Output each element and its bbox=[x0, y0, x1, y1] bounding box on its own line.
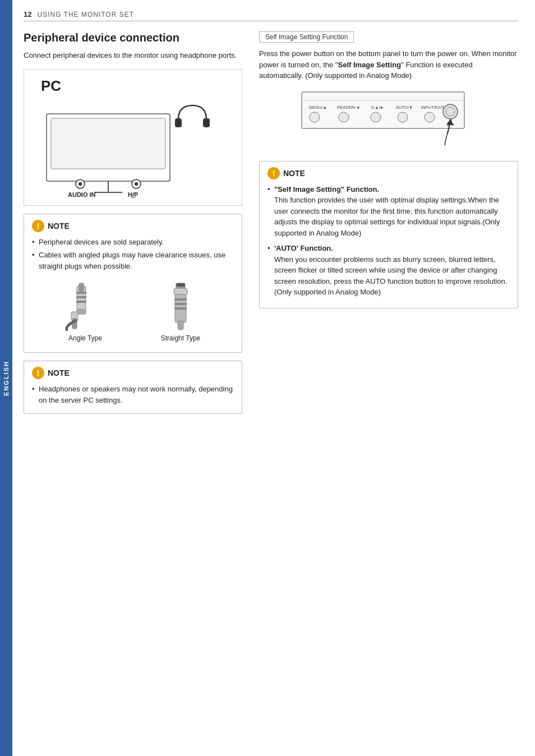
pc-label: PC bbox=[30, 77, 236, 95]
right-note-header: ! NOTE bbox=[268, 167, 510, 179]
note2-list: Headphones or speakers may not work norm… bbox=[32, 384, 234, 405]
right-intro-text: Press the power button on the bottom pan… bbox=[259, 48, 518, 81]
straight-type-plug: Straight Type bbox=[155, 280, 206, 342]
page-header: 12 USING THE MONITOR SET bbox=[24, 10, 518, 21]
two-col-layout: Peripheral device connection Connect per… bbox=[24, 31, 518, 422]
plugs-row: Angle Type bbox=[32, 274, 234, 347]
pc-diagram: PC bbox=[24, 69, 242, 206]
svg-point-39 bbox=[371, 112, 381, 122]
svg-text:AUDIO IN: AUDIO IN bbox=[68, 191, 96, 198]
svg-rect-0 bbox=[175, 118, 182, 127]
self-image-tag: Self Image Setting Function bbox=[259, 31, 354, 43]
note1-header: ! NOTE bbox=[32, 220, 234, 232]
sidebar: ENGLISH bbox=[0, 0, 12, 756]
right-note-bold-2: 'AUTO' Function. bbox=[274, 244, 333, 252]
svg-rect-1 bbox=[203, 118, 210, 127]
note1-list: Peripheral devices are sold separately. … bbox=[32, 237, 234, 272]
svg-rect-26 bbox=[174, 303, 187, 305]
note1-icon: ! bbox=[32, 220, 44, 232]
svg-text:READER/◄: READER/◄ bbox=[337, 105, 360, 110]
note2-icon: ! bbox=[32, 367, 44, 379]
self-image-bold: Self Image Setting bbox=[338, 61, 401, 69]
left-intro-text: Connect peripheral devices to the monito… bbox=[24, 50, 242, 61]
right-note-box: ! NOTE "Self Image Setting" Function. Th… bbox=[259, 161, 518, 308]
right-note-icon: ! bbox=[268, 167, 280, 179]
right-note-bold-1: "Self Image Setting" Function. bbox=[274, 185, 379, 193]
angle-type-plug: Angle Type bbox=[60, 280, 110, 342]
svg-rect-25 bbox=[174, 298, 187, 301]
svg-rect-15 bbox=[79, 283, 84, 291]
note-box-2: ! NOTE Headphones or speakers may not wo… bbox=[24, 361, 242, 414]
note-box-1: ! NOTE Peripheral devices are sold separ… bbox=[24, 214, 242, 353]
svg-text:MENU/▲: MENU/▲ bbox=[309, 105, 327, 110]
note1-title: NOTE bbox=[48, 222, 70, 231]
svg-rect-21 bbox=[76, 301, 86, 303]
svg-rect-20 bbox=[76, 296, 86, 298]
page-title-header: USING THE MONITOR SET bbox=[37, 11, 134, 19]
svg-point-38 bbox=[339, 112, 349, 122]
right-note-body-1: This function provides the user with opt… bbox=[274, 196, 500, 237]
right-note-body-2: When you encounter problems such as blur… bbox=[274, 255, 507, 297]
angle-type-label: Angle Type bbox=[68, 334, 102, 342]
page-number: 12 bbox=[24, 10, 31, 19]
note2-title: NOTE bbox=[48, 368, 70, 377]
note1-item-2: Cables with angled plugs may have cleara… bbox=[32, 250, 234, 271]
svg-text:AUTO/▼: AUTO/▼ bbox=[396, 105, 413, 110]
sidebar-label: ENGLISH bbox=[3, 361, 10, 396]
right-note-list: "Self Image Setting" Function. This func… bbox=[268, 184, 510, 298]
svg-point-37 bbox=[310, 112, 320, 122]
svg-rect-23 bbox=[174, 288, 187, 295]
svg-point-9 bbox=[135, 182, 138, 186]
svg-rect-27 bbox=[174, 307, 187, 310]
page-container: ENGLISH 12 USING THE MONITOR SET Periphe… bbox=[0, 0, 535, 756]
svg-rect-3 bbox=[51, 118, 165, 169]
svg-point-40 bbox=[398, 112, 408, 122]
monitor-buttons-svg: MENU/▲ READER/◄ ⊙▲/► AUTO/▼ INPUT/EXIT bbox=[299, 89, 478, 151]
svg-rect-28 bbox=[176, 283, 185, 287]
right-note-title: NOTE bbox=[283, 169, 305, 178]
angle-plug-svg bbox=[60, 280, 110, 331]
svg-rect-29 bbox=[178, 321, 183, 330]
svg-text:⊙▲/►: ⊙▲/► bbox=[371, 105, 384, 110]
right-note-item-1: "Self Image Setting" Function. This func… bbox=[268, 184, 510, 239]
svg-point-7 bbox=[79, 182, 82, 186]
svg-point-41 bbox=[425, 112, 435, 122]
svg-rect-30 bbox=[302, 92, 464, 128]
right-column: Self Image Setting Function Press the po… bbox=[259, 31, 518, 422]
section-title: Peripheral device connection bbox=[24, 31, 242, 44]
straight-plug-svg bbox=[155, 280, 206, 331]
left-column: Peripheral device connection Connect per… bbox=[24, 31, 242, 422]
note2-header: ! NOTE bbox=[32, 367, 234, 379]
main-content: 12 USING THE MONITOR SET Peripheral devi… bbox=[12, 0, 535, 756]
straight-type-label: Straight Type bbox=[161, 334, 201, 342]
monitor-diagram: MENU/▲ READER/◄ ⊙▲/► AUTO/▼ INPUT/EXIT bbox=[259, 89, 518, 151]
pc-illustration: AUDIO IN (PC) H/P 🎧 bbox=[30, 97, 220, 198]
svg-point-42 bbox=[443, 104, 458, 119]
note2-item-1: Headphones or speakers may not work norm… bbox=[32, 384, 234, 405]
svg-text:INPUT/EXIT: INPUT/EXIT bbox=[421, 105, 445, 110]
svg-rect-19 bbox=[76, 292, 86, 294]
note1-item-1: Peripheral devices are sold separately. bbox=[32, 237, 234, 248]
right-note-item-2: 'AUTO' Function. When you encounter prob… bbox=[268, 243, 510, 298]
svg-text:🎧: 🎧 bbox=[128, 197, 139, 198]
